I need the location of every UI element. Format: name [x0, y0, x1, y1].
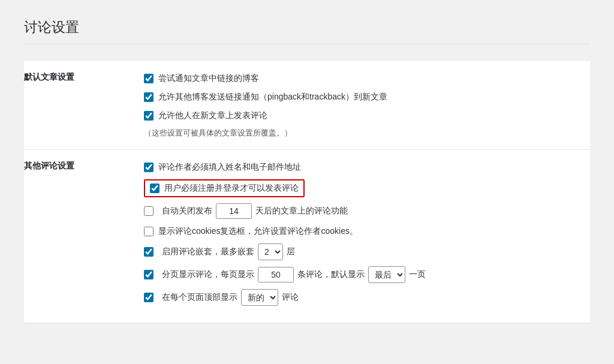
require-name-checkbox[interactable] [144, 163, 154, 172]
require-login-highlighted: 用户必须注册并登录才可以发表评论 [144, 179, 305, 197]
paged-before-label: 分页显示评论，每页显示 [162, 269, 254, 280]
page-title: 讨论设置 [24, 18, 590, 44]
default-article-row: 默认文章设置 尝试通知文章中链接的博客 允许其他博客发送链接通知（pingbac… [24, 61, 590, 150]
allow-pingback-row: 允许其他博客发送链接通知（pingback和trackback）到新文章 [144, 91, 584, 103]
settings-table: 默认文章设置 尝试通知文章中链接的博客 允许其他博客发送链接通知（pingbac… [24, 61, 590, 323]
auto-close-days-input[interactable] [216, 203, 252, 219]
show-cookies-label: 显示评论cookies复选框，允许设置评论作者cookies。 [158, 225, 358, 237]
auto-close-checkbox[interactable] [144, 206, 154, 216]
other-comments-row: 其他评论设置 评论作者必须填入姓名和电子邮件地址 用户必须注册并登录才可以发表评… [24, 150, 590, 323]
paged-default-select[interactable]: 最后 第一 [368, 266, 405, 283]
auto-close-after-label: 天后的文章上的评论功能 [255, 206, 348, 216]
notify-blogs-checkbox[interactable] [144, 74, 154, 83]
allow-pingback-label: 允许其他博客发送链接通知（pingback和trackback）到新文章 [158, 91, 387, 103]
auto-close-row: 自动关闭发布 天后的文章上的评论功能 [144, 203, 584, 219]
top-display-after-label: 评论 [282, 292, 299, 303]
nesting-row: 启用评论嵌套，最多嵌套 1 2 3 4 5 层 [144, 243, 584, 260]
top-display-before-label: 在每个页面顶部显示 [162, 292, 237, 303]
allow-pingback-checkbox[interactable] [144, 92, 154, 102]
allow-comments-label: 允许他人在新文章上发表评论 [158, 109, 267, 122]
require-name-row: 评论作者必须填入姓名和电子邮件地址 [144, 161, 584, 173]
settings-note: （这些设置可被具体的文章设置所覆盖。） [144, 128, 584, 139]
top-display-row: 在每个页面顶部显示 新的 旧的 评论 [144, 289, 584, 306]
require-name-label: 评论作者必须填入姓名和电子邮件地址 [158, 161, 301, 173]
default-article-label: 默认文章设置 [24, 61, 144, 150]
allow-comments-row: 允许他人在新文章上发表评论 [144, 109, 584, 122]
other-comments-label: 其他评论设置 [24, 150, 144, 323]
nesting-after-label: 层 [287, 246, 295, 257]
allow-comments-checkbox[interactable] [144, 111, 154, 121]
other-comments-content: 评论作者必须填入姓名和电子邮件地址 用户必须注册并登录才可以发表评论 自动关闭发… [144, 150, 590, 323]
top-display-checkbox[interactable] [144, 293, 154, 302]
notify-blogs-row: 尝试通知文章中链接的博客 [144, 72, 584, 85]
require-login-checkbox[interactable] [150, 183, 159, 193]
paged-after-label: 一页 [409, 269, 426, 280]
nesting-before-label: 启用评论嵌套，最多嵌套 [162, 246, 254, 257]
nesting-checkbox[interactable] [144, 247, 154, 257]
paged-middle-label: 条评论，默认显示 [297, 269, 365, 280]
show-cookies-row: 显示评论cookies复选框，允许设置评论作者cookies。 [144, 225, 584, 237]
paged-per-page-input[interactable] [258, 267, 294, 282]
default-article-content: 尝试通知文章中链接的博客 允许其他博客发送链接通知（pingback和track… [144, 61, 590, 150]
paged-comments-row: 分页显示评论，每页显示 条评论，默认显示 最后 第一 一页 [144, 266, 584, 283]
require-login-label: 用户必须注册并登录才可以发表评论 [164, 183, 299, 194]
nesting-select[interactable]: 1 2 3 4 5 [258, 243, 283, 260]
auto-close-before-label: 自动关闭发布 [162, 206, 212, 216]
show-cookies-checkbox[interactable] [144, 227, 154, 236]
notify-blogs-label: 尝试通知文章中链接的博客 [158, 72, 259, 85]
top-display-select[interactable]: 新的 旧的 [241, 289, 278, 306]
paged-comments-checkbox[interactable] [144, 270, 154, 279]
